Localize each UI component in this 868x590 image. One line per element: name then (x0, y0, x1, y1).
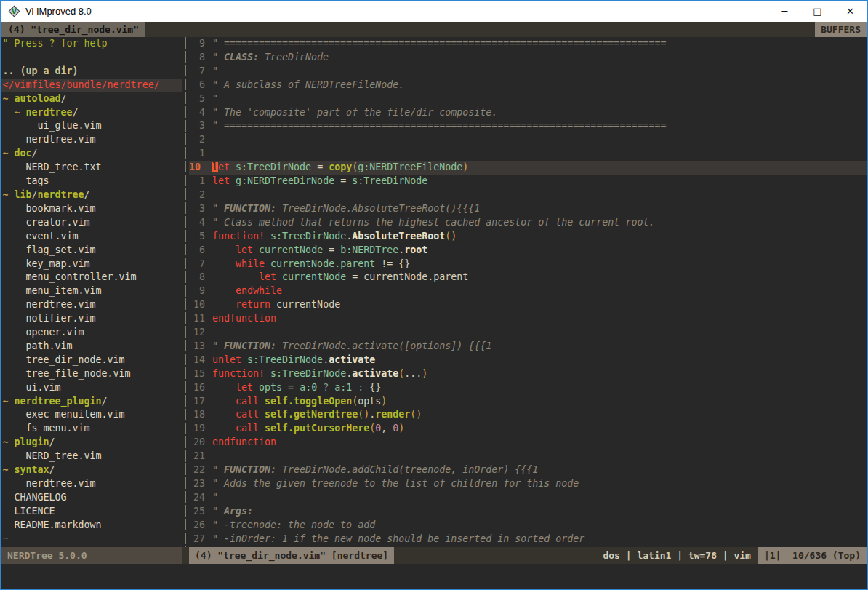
code-line[interactable]: 4" The 'composite' part of the file/dir … (189, 106, 867, 120)
line-number: 6 (189, 244, 205, 258)
code-line[interactable]: 15function! s:TreeDirNode.activate(...) (189, 367, 867, 381)
code-line[interactable]: 9" =====================================… (189, 37, 867, 51)
code-line[interactable]: 8 let currentNode = currentNode.parent (189, 271, 867, 284)
tree-row[interactable]: flag_set.vim (1, 244, 182, 258)
close-button[interactable]: ✕ (834, 1, 867, 22)
code-line[interactable]: 20endfunction (189, 436, 867, 450)
tree-row[interactable]: menu_controller.vim (1, 271, 182, 284)
code-token: s:TreeDirNode (352, 175, 427, 186)
line-number: 13 (189, 340, 205, 354)
tree-row[interactable]: README.markdown (1, 519, 182, 533)
tree-row[interactable]: nerdtree.vim (1, 133, 182, 147)
code-line[interactable]: 27" -inOrder: 1 if the new node should b… (189, 533, 867, 546)
maximize-button[interactable]: □ (801, 1, 834, 22)
tree-row[interactable]: LICENCE (1, 505, 182, 519)
tree-row[interactable]: creator.vim (1, 216, 182, 230)
line-number: 25 (189, 505, 205, 519)
line-number: 3 (189, 119, 205, 133)
tree-row[interactable]: tags (1, 175, 182, 188)
code-line[interactable]: 23" Adds the given treenode to the list … (189, 477, 867, 491)
code-token: () (445, 231, 457, 242)
tree-row[interactable]: bookmark.vim (1, 202, 182, 216)
tree-row[interactable]: opener.vim (1, 326, 182, 340)
code-line[interactable]: 6 let currentNode = b:NERDTree.root (189, 244, 867, 258)
code-token: g:NERDTreeFileNode (358, 162, 462, 172)
code-line[interactable]: 16 let opts = a:0 ? a:1 : {} (189, 381, 867, 395)
code-line[interactable]: 24" (189, 491, 867, 505)
tree-row[interactable]: exec_menuitem.vim (1, 408, 182, 422)
code-line[interactable]: 1let g:NERDTreeDirNode = s:TreeDirNode (189, 175, 867, 188)
code-line[interactable]: 5function! s:TreeDirNode.AbsoluteTreeRoo… (189, 230, 867, 244)
tree-file-label: flag_set.vim (26, 244, 96, 255)
code-line[interactable]: 4" Class method that returns the highest… (189, 216, 867, 230)
tree-row[interactable]: menu_item.vim (1, 284, 182, 298)
buffers-label: BUFFERS (815, 22, 867, 37)
code-line[interactable]: 19 call self.putCursorHere(0, 0) (189, 422, 867, 436)
code-line[interactable]: 26" -treenode: the node to add (189, 519, 867, 533)
code-token (212, 382, 236, 393)
code-line[interactable]: 7" (189, 65, 867, 79)
tree-row[interactable]: ui_glue.vim (1, 119, 182, 133)
tree-row[interactable]: ui.vim (1, 381, 182, 395)
tree-row[interactable]: ~ nerdtree_plugin/ (1, 395, 182, 409)
tree-file-label: event.vim (26, 231, 79, 242)
code-line[interactable]: 8" CLASS: TreeDirNode (189, 51, 867, 65)
tree-row[interactable]: tree_file_node.vim (1, 367, 182, 381)
tree-row[interactable]: ~ syntax/ (1, 463, 182, 477)
tree-row[interactable]: notifier.vim (1, 312, 182, 326)
code-line[interactable]: 3" =====================================… (189, 119, 867, 133)
code-line[interactable]: 22" FUNCTION: TreeDirNode.addChild(treen… (189, 463, 867, 477)
tree-row[interactable]: NERD_tree.vim (1, 450, 182, 463)
tree-row[interactable]: nerdtree.vim (1, 477, 182, 491)
minimize-button[interactable]: ─ (768, 1, 801, 22)
code-token: = (311, 162, 329, 172)
code-line[interactable]: 1 (189, 147, 867, 161)
vertical-split-separator[interactable] (182, 37, 189, 547)
tree-row[interactable]: CHANGELOG (1, 491, 182, 505)
code-line[interactable]: 18 call self.getNerdtree().render() (189, 408, 867, 422)
code-line[interactable]: 17 call self.toggleOpen(opts) (189, 395, 867, 409)
code-token: . (346, 368, 352, 379)
tree-row[interactable]: key_map.vim (1, 258, 182, 271)
code-line[interactable]: 9 endwhile (189, 284, 867, 298)
code-line[interactable]: 3" FUNCTION: TreeDirNode.AbsoluteTreeRoo… (189, 202, 867, 216)
code-line[interactable]: 12 (189, 326, 867, 340)
tree-row[interactable]: event.vim (1, 230, 182, 244)
tree-row[interactable]: path.vim (1, 340, 182, 354)
code-line[interactable]: 25" Args: (189, 505, 867, 519)
line-number: 3 (189, 202, 205, 216)
code-line[interactable]: 2 (189, 133, 867, 147)
code-token: s:TreeDirNode (247, 354, 323, 365)
code-line[interactable]: 21 (189, 450, 867, 463)
code-line[interactable]: 14unlet s:TreeDirNode.activate (189, 354, 867, 367)
line-number: 21 (189, 450, 205, 463)
code-line[interactable]: 6" A subclass of NERDTreeFileNode. (189, 79, 867, 92)
code-token: while (236, 258, 265, 269)
tree-dir-label: plugin (15, 436, 49, 447)
tree-row[interactable]: </vimfiles/bundle/nerdtree/ (1, 79, 182, 92)
editor-buffer[interactable]: 9" =====================================… (189, 37, 867, 547)
line-number: 22 (189, 463, 205, 477)
tree-row[interactable]: fs_menu.vim (1, 422, 182, 436)
tree-row[interactable]: NERD_tree.txt (1, 161, 182, 175)
code-line[interactable]: 13" FUNCTION: TreeDirNode.activate([opti… (189, 340, 867, 354)
tree-row[interactable]: ~ lib/nerdtree/ (1, 188, 182, 202)
tree-row[interactable]: nerdtree.vim (1, 298, 182, 312)
code-line[interactable]: 2 (189, 188, 867, 202)
code-line-cursor[interactable]: 10let s:TreeDirNode = copy(g:NERDTreeFil… (189, 161, 867, 175)
code-line[interactable]: 7 while currentNode.parent != {} (189, 258, 867, 271)
tree-row[interactable]: tree_dir_node.vim (1, 354, 182, 367)
code-token: call (236, 409, 259, 420)
code-line[interactable]: 5" (189, 92, 867, 106)
tree-row[interactable]: ~ nerdtree/ (1, 106, 182, 120)
tree-row[interactable]: ~ plugin/ (1, 436, 182, 450)
code-token: activate (329, 354, 375, 365)
code-token: s:TreeDirNode (270, 231, 346, 242)
tree-row[interactable]: ~ autoload/ (1, 92, 182, 106)
tree-row[interactable]: .. (up a dir) (1, 65, 182, 79)
code-token: " Adds the given treenode to the list of… (212, 478, 579, 489)
code-line[interactable]: 10 return currentNode (189, 298, 867, 312)
tab-tree-dir-node[interactable]: (4) "tree_dir_node.vim" (1, 22, 145, 37)
tree-row[interactable]: ~ doc/ (1, 147, 182, 161)
code-line[interactable]: 11endfunction (189, 312, 867, 326)
